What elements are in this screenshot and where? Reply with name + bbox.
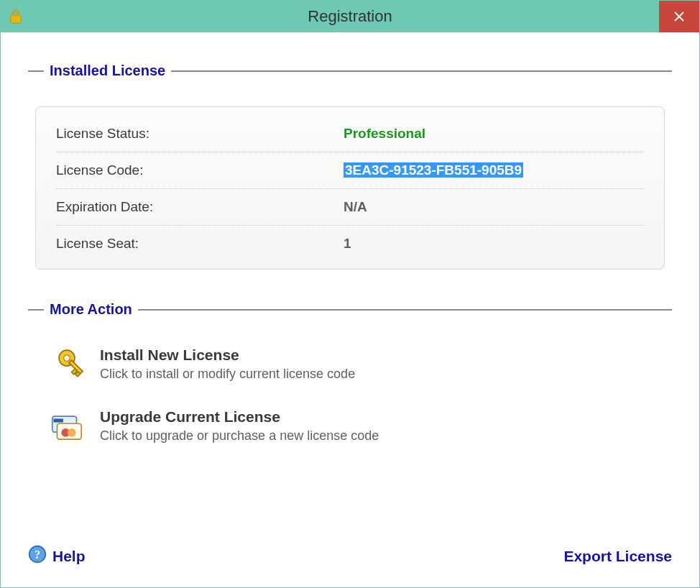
license-code-value[interactable]: 3EA3C-91523-FB551-905B9 [344,162,523,178]
installed-license-group: Installed License License Status: Profes… [28,63,672,281]
group-header: Installed License [28,63,672,79]
group-header: More Action [28,301,672,318]
license-status-value: Professional [344,126,425,142]
expiration-date-row: Expiration Date: N/A [56,189,644,226]
upgrade-license-title: Upgrade Current License [100,408,379,426]
expiration-date-label: Expiration Date: [56,199,344,215]
help-label: Help [52,548,86,565]
license-status-label: License Status: [56,126,344,142]
install-new-license-title: Install New License [100,346,355,364]
install-new-license-desc: Click to install or modify current licen… [100,367,355,382]
lock-icon [8,9,24,24]
svg-rect-6 [53,419,63,423]
help-icon: ? [28,545,47,567]
more-action-group: More Action [28,301,672,469]
divider [28,70,44,72]
expiration-date-value: N/A [344,199,367,215]
license-code-row: License Code: 3EA3C-91523-FB551-905B9 [56,152,644,189]
more-action-title: More Action [44,301,138,318]
upgrade-license-desc: Click to upgrade or purchase a new licen… [100,428,379,444]
license-status-row: License Status: Professional [56,116,644,152]
divider [138,309,672,311]
install-new-license-action[interactable]: Install New License Click to install or … [47,346,665,387]
license-info-panel: License Status: Professional License Cod… [35,106,665,270]
registration-window: Registration Installed License License S… [0,0,700,588]
svg-point-9 [68,428,76,437]
footer: ? Help Export License [28,538,672,571]
license-seat-label: License Seat: [56,236,344,252]
divider [28,309,44,311]
svg-text:?: ? [34,548,40,561]
installed-license-title: Installed License [44,63,171,79]
content-area: Installed License License Status: Profes… [1,32,699,587]
divider [171,70,672,72]
license-code-text: 3EA3C-91523-FB551-905B9 [344,162,523,178]
close-button[interactable] [659,1,699,32]
license-seat-row: License Seat: 1 [56,226,644,262]
export-license-label: Export License [563,548,672,565]
export-license-link[interactable]: Export License [563,548,672,565]
credit-card-icon [47,408,87,449]
titlebar: Registration [1,1,699,32]
help-link[interactable]: ? Help [28,545,86,567]
key-icon [47,346,87,387]
license-code-label: License Code: [56,162,344,178]
upgrade-license-action[interactable]: Upgrade Current License Click to upgrade… [47,408,665,449]
window-title: Registration [1,7,699,26]
license-seat-value: 1 [344,236,351,252]
close-icon [673,11,685,22]
